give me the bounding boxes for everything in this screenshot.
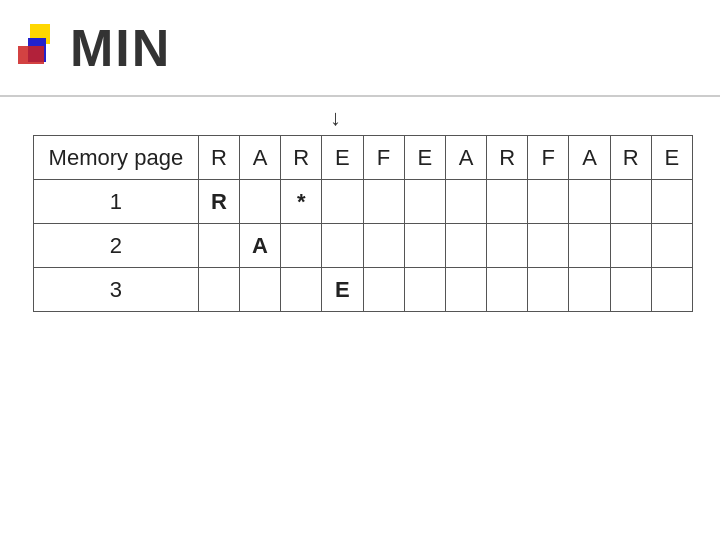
table-row: 3 E	[34, 268, 693, 312]
row-2-col-11	[651, 224, 692, 268]
row-1-col-11	[651, 180, 692, 224]
row-1-col-0: R	[198, 180, 239, 224]
header-col-4: F	[363, 136, 404, 180]
row-1-col-5	[404, 180, 445, 224]
row-2-col-1: A	[239, 224, 280, 268]
row-3-col-6	[445, 268, 486, 312]
row-2-col-10	[610, 224, 651, 268]
row-3-col-1	[239, 268, 280, 312]
header-col-2: R	[281, 136, 322, 180]
row-1-col-2: *	[281, 180, 322, 224]
memory-table-container: Memory page R A R E F E A R F A R E 1 R	[33, 135, 693, 312]
row-2-col-4	[363, 224, 404, 268]
row-1-col-6	[445, 180, 486, 224]
row-1-col-1	[239, 180, 280, 224]
row-3-col-4	[363, 268, 404, 312]
header-col-11: E	[651, 136, 692, 180]
row-3-col-10	[610, 268, 651, 312]
row-2-col-8	[528, 224, 569, 268]
row-1-label: 1	[34, 180, 199, 224]
page-title: MIN	[70, 18, 171, 78]
row-2-col-6	[445, 224, 486, 268]
row-3-col-11	[651, 268, 692, 312]
row-2-col-5	[404, 224, 445, 268]
row-1-col-9	[569, 180, 610, 224]
logo-blocks	[18, 24, 60, 72]
block-red	[18, 46, 44, 64]
table-row: 1 R *	[34, 180, 693, 224]
header-col-1: A	[239, 136, 280, 180]
row-2-col-9	[569, 224, 610, 268]
row-3-col-2	[281, 268, 322, 312]
title-divider	[0, 95, 720, 97]
row-3-col-9	[569, 268, 610, 312]
row-2-col-2	[281, 224, 322, 268]
row-1-col-4	[363, 180, 404, 224]
header-col-5: E	[404, 136, 445, 180]
header-col-9: A	[569, 136, 610, 180]
row-1-col-10	[610, 180, 651, 224]
table-row: 2 A	[34, 224, 693, 268]
row-3-label: 3	[34, 268, 199, 312]
header-label: Memory page	[34, 136, 199, 180]
row-2-label: 2	[34, 224, 199, 268]
row-1-col-7	[487, 180, 528, 224]
row-1-col-3	[322, 180, 363, 224]
header-col-6: A	[445, 136, 486, 180]
row-1-col-8	[528, 180, 569, 224]
down-arrow-icon: ↓	[330, 105, 341, 131]
header-col-10: R	[610, 136, 651, 180]
header-col-8: F	[528, 136, 569, 180]
row-3-col-0	[198, 268, 239, 312]
row-3-col-7	[487, 268, 528, 312]
logo-area: MIN	[18, 18, 171, 78]
memory-table: Memory page R A R E F E A R F A R E 1 R	[33, 135, 693, 312]
header-col-3: E	[322, 136, 363, 180]
header-col-7: R	[487, 136, 528, 180]
row-3-col-3: E	[322, 268, 363, 312]
row-2-col-3	[322, 224, 363, 268]
header-col-0: R	[198, 136, 239, 180]
table-header-row: Memory page R A R E F E A R F A R E	[34, 136, 693, 180]
row-3-col-8	[528, 268, 569, 312]
row-2-col-0	[198, 224, 239, 268]
row-3-col-5	[404, 268, 445, 312]
row-2-col-7	[487, 224, 528, 268]
